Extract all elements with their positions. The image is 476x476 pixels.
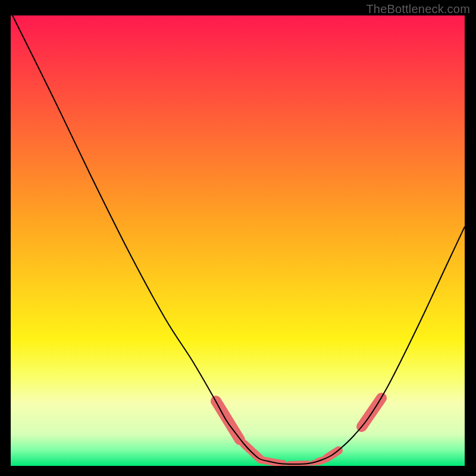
watermark-text: TheBottleneck.com — [366, 2, 470, 16]
chart-background — [11, 15, 465, 466]
chart-frame — [11, 15, 465, 466]
bottleneck-chart — [11, 15, 465, 466]
